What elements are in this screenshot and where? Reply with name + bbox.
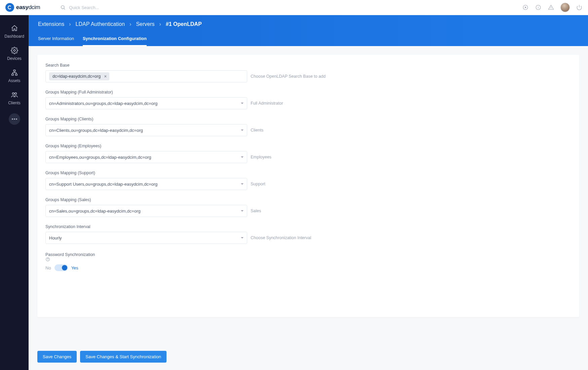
alert-icon[interactable] [548,4,554,11]
tab-server-information[interactable]: Server Information [38,33,74,46]
chevron-down-icon [241,103,244,104]
label-groups-mapping: Groups Mapping (Employees) [45,144,571,148]
row-groups-mapping: Groups Mapping (Clients) cn=Clients,ou=g… [45,117,571,136]
row-sync-interval: Synchronization Interval Hourly Choose S… [45,224,571,244]
info-icon[interactable] [535,4,542,11]
breadcrumb-current: #1 OpenLDAP [166,21,202,27]
help-search-base: Choose OpenLDAP Search Base to add [251,74,326,79]
sidebar-item-devices[interactable]: Devices [0,43,29,66]
label-groups-mapping: Groups Mapping (Sales) [45,197,571,202]
breadcrumb: Extensions › LDAP Authentication › Serve… [29,15,588,33]
svg-point-0 [61,6,64,9]
chevron-right-icon: › [159,21,161,27]
chevron-down-icon [241,237,244,238]
groups-mapping-value: cn=Administrators,ou=groups,dc=ldap-easy… [49,101,157,106]
groups-mapping-value: cn=Clients,ou=groups,dc=ldap-easydcim,dc… [49,128,143,133]
label-groups-mapping: Groups Mapping (Support) [45,171,571,175]
logo-text-a: easy [16,4,29,10]
sidebar-item-clients[interactable]: Clients [0,88,29,110]
help-groups-mapping: Support [251,182,265,186]
chevron-down-icon [241,130,244,131]
help-groups-mapping: Clients [251,128,263,133]
form-card: Search Base dc=ldap-easydcim,dc=org × Ch… [37,55,579,317]
row-groups-mapping: Groups Mapping (Full Administrator) cn=A… [45,90,571,109]
svg-rect-12 [15,74,17,76]
toggle-yes-label: Yes [71,265,78,270]
chevron-down-icon [241,210,244,212]
search-input[interactable] [69,5,170,10]
groups-mapping-value: cn=Sales,ou=groups,dc=ldap-easydcim,dc=o… [49,209,141,214]
tab-sync-config[interactable]: Synchronization Configuration [83,33,147,46]
help-groups-mapping: Sales [251,209,261,213]
svg-point-9 [13,49,15,51]
power-icon[interactable] [576,4,583,11]
groups-mapping-select[interactable]: cn=Administrators,ou=groups,dc=ldap-easy… [45,97,247,109]
users-icon [11,91,18,99]
svg-rect-10 [13,70,15,72]
password-sync-toggle[interactable] [54,264,68,271]
label-password-sync: Password Synchronization [45,252,571,262]
svg-point-19 [47,260,48,260]
chevron-down-icon [241,156,244,158]
logo-text: easydcim [16,4,40,11]
search-base-chip: dc=ldap-easydcim,dc=org × [49,72,109,80]
svg-point-7 [551,8,551,9]
help-icon[interactable] [45,257,571,262]
breadcrumb-ldap-auth[interactable]: LDAP Authentication [76,21,125,27]
sidebar-item-dashboard[interactable]: Dashboard [0,21,29,43]
row-groups-mapping: Groups Mapping (Support) cn=Support User… [45,171,571,190]
play-icon[interactable] [522,4,529,11]
help-sync-interval: Choose Synchronization Interval [251,235,311,240]
groups-mapping-select[interactable]: cn=Clients,ou=groups,dc=ldap-easydcim,dc… [45,124,247,136]
row-groups-mapping: Groups Mapping (Employees) cn=Employees,… [45,144,571,163]
label-sync-interval: Synchronization Interval [45,224,571,229]
chip-remove-icon[interactable]: × [104,74,107,79]
logo-mark [5,3,14,12]
sidebar-item-label: Devices [7,56,22,61]
save-button[interactable]: Save Changes [37,351,77,363]
save-start-sync-button[interactable]: Save Changes & Start Synchronization [80,351,167,363]
toggle-no-label: No [45,265,51,270]
network-icon [11,69,18,76]
label-groups-mapping: Groups Mapping (Full Administrator) [45,90,571,95]
svg-point-13 [12,93,14,95]
search-base-input[interactable]: dc=ldap-easydcim,dc=org × [45,70,247,82]
row-groups-mapping: Groups Mapping (Sales) cn=Sales,ou=group… [45,197,571,217]
help-groups-mapping: Full Administrator [251,101,283,106]
main: Extensions › LDAP Authentication › Serve… [29,15,588,370]
groups-mapping-select[interactable]: cn=Employees,ou=groups,dc=ldap-easydcim,… [45,151,247,163]
chevron-right-icon: › [69,21,71,27]
sidebar-item-assets[interactable]: Assets [0,66,29,88]
chevron-right-icon: › [130,21,131,27]
svg-point-16 [14,118,15,120]
home-icon [11,25,18,32]
label-search-base: Search Base [45,63,571,68]
svg-point-14 [14,93,16,95]
search-icon [60,5,66,10]
chip-text: dc=ldap-easydcim,dc=org [52,74,101,79]
logo[interactable]: easydcim [5,3,40,12]
gear-icon [11,47,18,54]
svg-point-15 [12,118,13,120]
svg-line-1 [64,8,65,9]
groups-mapping-select[interactable]: cn=Support Users,ou=groups,dc=ldap-easyd… [45,178,247,190]
avatar[interactable] [560,3,570,12]
svg-point-17 [16,118,17,120]
sidebar-more-button[interactable] [9,113,20,125]
row-password-sync: Password Synchronization No Yes [45,252,571,271]
breadcrumb-extensions[interactable]: Extensions [38,21,64,27]
sync-interval-select[interactable]: Hourly [45,232,247,244]
label-password-sync-text: Password Synchronization [45,252,95,257]
groups-mapping-value: cn=Employees,ou=groups,dc=ldap-easydcim,… [49,155,151,160]
content: Search Base dc=ldap-easydcim,dc=org × Ch… [29,46,588,346]
svg-rect-11 [11,74,13,76]
svg-point-5 [538,6,539,7]
groups-mapping-select[interactable]: cn=Sales,ou=groups,dc=ldap-easydcim,dc=o… [45,205,247,217]
groups-mapping-value: cn=Support Users,ou=groups,dc=ldap-easyd… [49,182,157,187]
row-search-base: Search Base dc=ldap-easydcim,dc=org × Ch… [45,63,571,82]
breadcrumb-servers[interactable]: Servers [136,21,154,27]
topbar: easydcim [0,0,588,15]
footer-actions: Save Changes Save Changes & Start Synchr… [29,346,588,370]
sidebar-item-label: Assets [8,78,20,83]
label-groups-mapping: Groups Mapping (Clients) [45,117,571,121]
